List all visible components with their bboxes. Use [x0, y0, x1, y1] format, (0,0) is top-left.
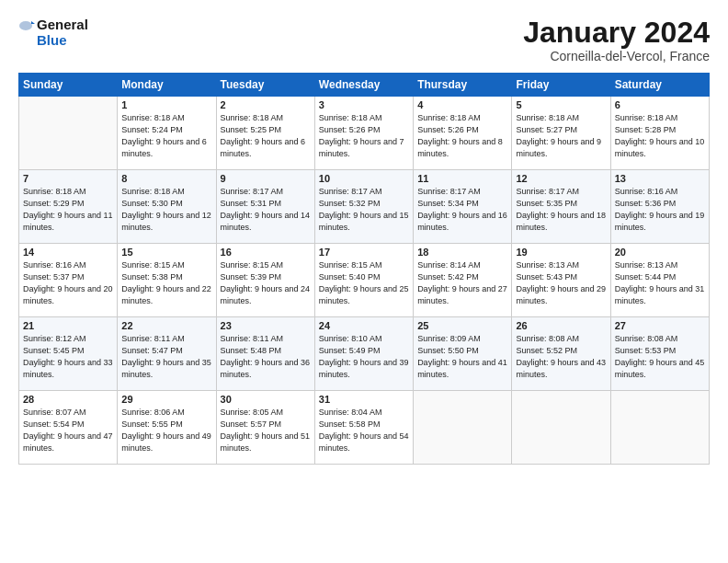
day-number: 20	[615, 247, 705, 258]
day-info: Sunrise: 8:07 AMSunset: 5:54 PMDaylight:…	[23, 408, 113, 453]
day-number: 24	[319, 320, 409, 331]
calendar-cell: 28 Sunrise: 8:07 AMSunset: 5:54 PMDaylig…	[19, 391, 118, 465]
calendar-cell: 4 Sunrise: 8:18 AMSunset: 5:26 PMDayligh…	[414, 97, 512, 170]
day-number: 11	[417, 173, 507, 184]
weekday-header: Tuesday	[216, 74, 314, 97]
day-number: 5	[516, 99, 606, 110]
calendar-cell: 3 Sunrise: 8:18 AMSunset: 5:26 PMDayligh…	[314, 97, 413, 170]
calendar-cell: 27 Sunrise: 8:08 AMSunset: 5:53 PMDaylig…	[610, 317, 709, 391]
calendar-cell: 23 Sunrise: 8:11 AMSunset: 5:48 PMDaylig…	[216, 317, 314, 391]
calendar-cell: 30 Sunrise: 8:05 AMSunset: 5:57 PMDaylig…	[216, 391, 314, 465]
day-info: Sunrise: 8:12 AMSunset: 5:45 PMDaylight:…	[23, 334, 113, 379]
weekday-header: Friday	[512, 74, 610, 97]
logo-general: General	[37, 17, 88, 33]
day-info: Sunrise: 8:18 AMSunset: 5:26 PMDaylight:…	[417, 113, 503, 158]
month-title: January 2024	[523, 17, 710, 49]
calendar-cell: 7 Sunrise: 8:18 AMSunset: 5:29 PMDayligh…	[19, 170, 118, 244]
location: Corneilla-del-Vercol, France	[523, 49, 710, 63]
calendar-page: General Blue January 2024 Corneilla-del-…	[0, 0, 728, 563]
calendar-week-row: 28 Sunrise: 8:07 AMSunset: 5:54 PMDaylig…	[19, 391, 710, 465]
day-info: Sunrise: 8:17 AMSunset: 5:34 PMDaylight:…	[417, 187, 507, 232]
day-info: Sunrise: 8:14 AMSunset: 5:42 PMDaylight:…	[417, 260, 507, 305]
day-number: 26	[516, 320, 606, 331]
day-number: 3	[319, 99, 409, 110]
calendar-cell: 2 Sunrise: 8:18 AMSunset: 5:25 PMDayligh…	[216, 97, 314, 170]
logo: General Blue	[18, 17, 88, 49]
day-info: Sunrise: 8:15 AMSunset: 5:39 PMDaylight:…	[221, 260, 311, 305]
day-info: Sunrise: 8:09 AMSunset: 5:50 PMDaylight:…	[417, 334, 507, 379]
day-number: 15	[121, 247, 211, 258]
header: General Blue January 2024 Corneilla-del-…	[18, 17, 710, 63]
day-number: 4	[417, 99, 507, 110]
svg-marker-1	[31, 21, 35, 24]
weekday-header: Saturday	[610, 74, 709, 97]
day-number: 6	[615, 99, 705, 110]
calendar-cell: 12 Sunrise: 8:17 AMSunset: 5:35 PMDaylig…	[512, 170, 610, 244]
calendar-cell: 25 Sunrise: 8:09 AMSunset: 5:50 PMDaylig…	[414, 317, 512, 391]
day-number: 21	[23, 320, 113, 331]
calendar-cell	[610, 391, 709, 465]
day-info: Sunrise: 8:08 AMSunset: 5:53 PMDaylight:…	[615, 334, 705, 379]
calendar-cell: 26 Sunrise: 8:08 AMSunset: 5:52 PMDaylig…	[512, 317, 610, 391]
calendar-week-row: 14 Sunrise: 8:16 AMSunset: 5:37 PMDaylig…	[19, 244, 710, 317]
day-number: 28	[23, 394, 113, 405]
day-info: Sunrise: 8:13 AMSunset: 5:44 PMDaylight:…	[615, 260, 705, 305]
calendar-cell: 19 Sunrise: 8:13 AMSunset: 5:43 PMDaylig…	[512, 244, 610, 317]
logo-bird-icon	[18, 17, 35, 33]
day-info: Sunrise: 8:15 AMSunset: 5:40 PMDaylight:…	[319, 260, 409, 305]
calendar-cell: 10 Sunrise: 8:17 AMSunset: 5:32 PMDaylig…	[314, 170, 413, 244]
weekday-header-row: SundayMondayTuesdayWednesdayThursdayFrid…	[19, 74, 710, 97]
title-block: January 2024 Corneilla-del-Vercol, Franc…	[523, 17, 710, 63]
day-info: Sunrise: 8:18 AMSunset: 5:24 PMDaylight:…	[121, 113, 207, 158]
weekday-header: Monday	[118, 74, 216, 97]
calendar-cell: 15 Sunrise: 8:15 AMSunset: 5:38 PMDaylig…	[118, 244, 216, 317]
day-info: Sunrise: 8:04 AMSunset: 5:58 PMDaylight:…	[319, 408, 409, 453]
day-info: Sunrise: 8:18 AMSunset: 5:25 PMDaylight:…	[221, 113, 306, 158]
calendar-cell: 22 Sunrise: 8:11 AMSunset: 5:47 PMDaylig…	[118, 317, 216, 391]
day-info: Sunrise: 8:16 AMSunset: 5:37 PMDaylight:…	[23, 260, 113, 305]
day-info: Sunrise: 8:18 AMSunset: 5:27 PMDaylight:…	[516, 113, 601, 158]
calendar-cell: 9 Sunrise: 8:17 AMSunset: 5:31 PMDayligh…	[216, 170, 314, 244]
calendar-cell: 1 Sunrise: 8:18 AMSunset: 5:24 PMDayligh…	[118, 97, 216, 170]
calendar-cell: 29 Sunrise: 8:06 AMSunset: 5:55 PMDaylig…	[118, 391, 216, 465]
day-number: 7	[23, 173, 113, 184]
day-info: Sunrise: 8:17 AMSunset: 5:31 PMDaylight:…	[221, 187, 311, 232]
day-number: 22	[121, 320, 211, 331]
day-info: Sunrise: 8:18 AMSunset: 5:29 PMDaylight:…	[23, 187, 113, 232]
calendar-cell: 5 Sunrise: 8:18 AMSunset: 5:27 PMDayligh…	[512, 97, 610, 170]
day-number: 30	[221, 394, 311, 405]
day-number: 31	[319, 394, 409, 405]
weekday-header: Sunday	[19, 74, 118, 97]
day-number: 10	[319, 173, 409, 184]
day-info: Sunrise: 8:13 AMSunset: 5:43 PMDaylight:…	[516, 260, 606, 305]
calendar-cell: 13 Sunrise: 8:16 AMSunset: 5:36 PMDaylig…	[610, 170, 709, 244]
day-info: Sunrise: 8:17 AMSunset: 5:32 PMDaylight:…	[319, 187, 409, 232]
calendar-cell: 11 Sunrise: 8:17 AMSunset: 5:34 PMDaylig…	[414, 170, 512, 244]
day-number: 2	[221, 99, 311, 110]
calendar-cell: 24 Sunrise: 8:10 AMSunset: 5:49 PMDaylig…	[314, 317, 413, 391]
day-info: Sunrise: 8:18 AMSunset: 5:28 PMDaylight:…	[615, 113, 705, 158]
day-number: 9	[221, 173, 311, 184]
day-info: Sunrise: 8:18 AMSunset: 5:30 PMDaylight:…	[121, 187, 211, 232]
calendar-cell: 16 Sunrise: 8:15 AMSunset: 5:39 PMDaylig…	[216, 244, 314, 317]
calendar-cell: 6 Sunrise: 8:18 AMSunset: 5:28 PMDayligh…	[610, 97, 709, 170]
calendar-week-row: 1 Sunrise: 8:18 AMSunset: 5:24 PMDayligh…	[19, 97, 710, 170]
logo-blue: Blue	[37, 33, 67, 49]
calendar-cell: 17 Sunrise: 8:15 AMSunset: 5:40 PMDaylig…	[314, 244, 413, 317]
day-info: Sunrise: 8:10 AMSunset: 5:49 PMDaylight:…	[319, 334, 409, 379]
svg-point-0	[19, 21, 32, 30]
calendar-cell: 18 Sunrise: 8:14 AMSunset: 5:42 PMDaylig…	[414, 244, 512, 317]
day-number: 13	[615, 173, 705, 184]
day-info: Sunrise: 8:06 AMSunset: 5:55 PMDaylight:…	[121, 408, 211, 453]
day-number: 23	[221, 320, 311, 331]
day-info: Sunrise: 8:08 AMSunset: 5:52 PMDaylight:…	[516, 334, 606, 379]
calendar-week-row: 7 Sunrise: 8:18 AMSunset: 5:29 PMDayligh…	[19, 170, 710, 244]
calendar-cell: 31 Sunrise: 8:04 AMSunset: 5:58 PMDaylig…	[314, 391, 413, 465]
calendar-cell: 14 Sunrise: 8:16 AMSunset: 5:37 PMDaylig…	[19, 244, 118, 317]
day-info: Sunrise: 8:15 AMSunset: 5:38 PMDaylight:…	[121, 260, 211, 305]
day-number: 27	[615, 320, 705, 331]
calendar-cell	[414, 391, 512, 465]
weekday-header: Thursday	[414, 74, 512, 97]
day-info: Sunrise: 8:11 AMSunset: 5:47 PMDaylight:…	[121, 334, 211, 379]
calendar-cell: 20 Sunrise: 8:13 AMSunset: 5:44 PMDaylig…	[610, 244, 709, 317]
